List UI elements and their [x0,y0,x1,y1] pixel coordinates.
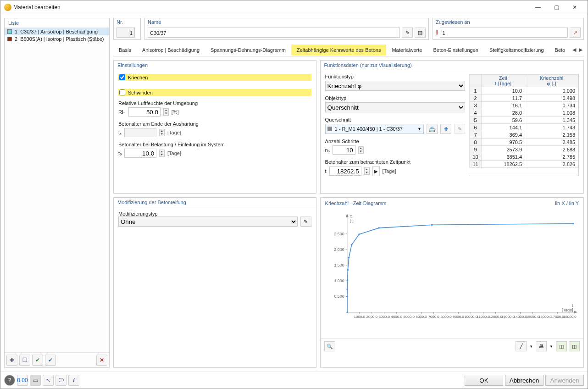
tab-stiffness-mod[interactable]: Steifigkeitsmodifizierung [484,44,549,56]
result-table: Zeitt [Tage] Kriechzahlφ [-] 110.00.0002… [469,74,579,176]
t0-input[interactable] [124,149,156,158]
table-row[interactable]: 316.10.734 [470,102,578,109]
tab-scroll-right-icon[interactable]: ▶ [579,47,582,53]
close-button[interactable]: ✕ [566,1,584,14]
name-field[interactable]: C30/37 [148,28,400,38]
svg-text:2000.0: 2000.0 [366,315,377,319]
view-grey-button[interactable]: ▭ [30,375,41,386]
table-row[interactable]: 7369.42.153 [470,131,578,139]
nr-field[interactable]: 1 [116,28,135,38]
settings-section: Einstellungen Kriechen Schwinden Relativ… [113,60,316,194]
svg-text:18000.0: 18000.0 [563,315,577,319]
window-title: Material bearbeiten [11,4,529,11]
kriechen-input[interactable] [119,74,125,80]
assign-field[interactable]: 1 [440,28,568,38]
svg-text:6000.0: 6000.0 [416,315,427,319]
units-button[interactable]: 0,00 [17,375,28,386]
svg-point-56 [346,289,348,290]
mtype-edit-button[interactable]: ✎ [300,217,311,227]
cs-new-button[interactable]: ✚ [440,124,451,134]
check-green-button[interactable]: ✔ [32,355,43,366]
dropdown-icon[interactable]: ▼ [549,345,554,349]
rh-unit: [%] [172,109,179,115]
t0-symbol: t₀ [118,150,122,156]
chart-window2-button[interactable]: ◫ [569,341,580,351]
list-item[interactable]: 1 C30/37 | Anisotrop | Beschädigung [5,28,109,35]
rh-input[interactable] [128,107,161,117]
svg-point-60 [351,244,353,246]
table-row[interactable]: 8970.52.485 [470,139,578,146]
table-row[interactable]: 559.61.345 [470,117,578,124]
table-row[interactable]: 428.01.008 [470,109,578,117]
ns-input[interactable] [333,145,355,155]
rh-symbol: RH [118,109,126,115]
checkbox-schwinden[interactable]: Schwinden [118,89,311,96]
t0-stepper[interactable]: ▲▼ [159,150,165,157]
tab-material-values[interactable]: Materialwerte [386,44,427,56]
cs-edit-button[interactable]: ✎ [454,124,465,134]
list-item-num: 1 [15,29,17,34]
rh-stepper[interactable]: ▲▼ [163,108,169,116]
tab-scroll-left-icon[interactable]: ◀ [572,47,576,53]
svg-text:1.000: 1.000 [334,278,344,283]
chart-window1-button[interactable]: ◫ [556,341,567,351]
otype-select[interactable]: Querschnitt [325,102,465,112]
view-display-button[interactable]: 🖵 [55,375,67,386]
new-item-button[interactable]: ✚ [6,355,17,366]
view-pick-button[interactable]: ↖ [43,375,54,386]
list-item-label: C30/37 | Anisotrop | Beschädigung [20,29,98,34]
cs-library-button[interactable]: 📇 [427,124,438,134]
view-function-button[interactable]: f [68,375,79,386]
tab-anisotrop[interactable]: Anisotrop | Beschädigung [137,44,205,56]
check-blue-button[interactable]: ✔ [45,355,56,366]
t-max-button[interactable]: ▶ [372,166,380,176]
help-button[interactable]: ? [4,375,15,386]
chart-inspect-button[interactable]: 🔍 [324,341,335,351]
table-row[interactable]: 110.00.000 [470,87,578,94]
table-row[interactable]: 106851.42.785 [470,153,578,161]
svg-point-62 [378,227,380,229]
svg-point-63 [431,224,433,226]
cancel-button[interactable]: Abbrechen [505,375,544,386]
schwinden-input[interactable] [119,89,125,95]
table-row[interactable]: 211.70.498 [470,94,578,102]
svg-text:17000.0: 17000.0 [551,315,564,319]
ts-symbol: tₛ [118,130,122,136]
cs-select[interactable]: 1 - R_M1 400/450 | 1 - C30/37 ▼ [325,124,424,134]
table-row[interactable]: 92573.92.688 [470,146,578,153]
svg-text:[-]: [-] [349,218,353,223]
ns-stepper[interactable]: ▲▼ [358,146,364,154]
cs-value: 1 - R_M1 400/450 | 1 - C30/37 [335,125,403,133]
copy-item-button[interactable]: ❐ [19,355,30,366]
tab-more[interactable]: Beto [549,44,571,56]
library-button[interactable]: ▥ [415,28,426,38]
svg-point-58 [347,269,349,271]
chart-print-button[interactable]: 🖶 [536,341,547,351]
table-row[interactable]: 1118262.52.826 [470,161,578,168]
dropdown-icon[interactable]: ▼ [528,345,534,349]
t-input[interactable] [329,167,361,176]
t-stepper[interactable]: ▲▼ [364,167,370,175]
svg-point-64 [572,223,574,225]
dialog-window: Material bearbeiten — ▢ ✕ Liste 1 C30/37… [0,0,588,389]
ftype-select[interactable]: Kriechzahl φ [325,81,465,91]
chart-axes-button[interactable]: ╱ [516,341,527,351]
section-icon [327,127,332,131]
mtype-select[interactable]: Ohne [118,217,298,227]
edit-name-button[interactable]: ✎ [402,28,413,38]
tab-concrete-settings[interactable]: Beton-Einstellungen [427,44,483,56]
tab-time-dependent[interactable]: Zeitabhängige Kennwerte des Betons [291,44,386,56]
chevron-down-icon: ▼ [417,125,422,133]
delete-item-button[interactable]: ✕ [96,355,107,366]
list-item[interactable]: 2 B500S(A) | Isotrop | Plastisch (Stäbe) [5,35,109,43]
checkbox-kriechen[interactable]: Kriechen [118,74,311,81]
svg-text:9000.0: 9000.0 [453,315,464,319]
maximize-button[interactable]: ▢ [547,1,566,14]
tab-basis[interactable]: Basis [113,44,137,56]
table-row[interactable]: 6144.11.743 [470,124,578,131]
minimize-button[interactable]: — [529,1,547,14]
tab-stress-strain[interactable]: Spannungs-Dehnungs-Diagramm [205,44,291,56]
pick-assign-button[interactable]: ↗ [570,28,581,38]
ok-button[interactable]: OK [465,375,503,386]
tab-bar: Basis Anisotrop | Beschädigung Spannungs… [113,44,584,56]
